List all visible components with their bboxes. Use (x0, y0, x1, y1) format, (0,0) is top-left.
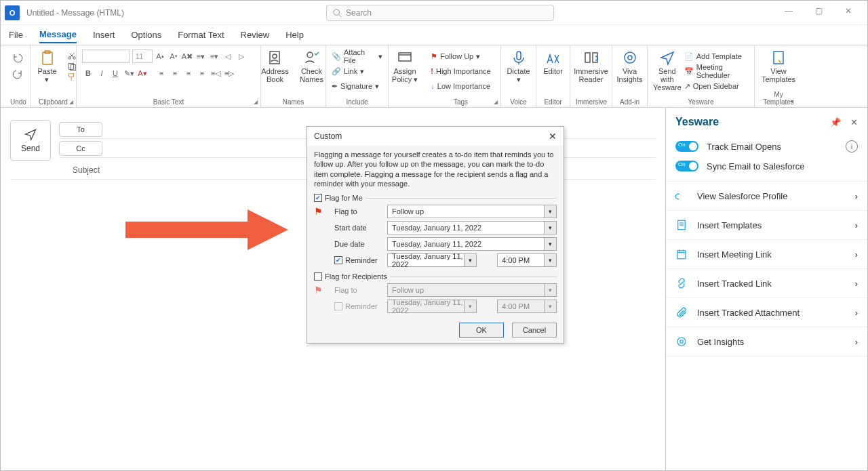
increase-indent-icon[interactable]: ▷ (235, 50, 248, 62)
check-names-button[interactable]: Check Names (295, 48, 329, 83)
tab-format-text[interactable]: Format Text (178, 27, 224, 43)
window-title: Untitled - Message (HTML) (26, 8, 124, 18)
svg-point-10 (273, 54, 277, 58)
tab-help[interactable]: Help (285, 27, 304, 43)
group-name-tags: Tags (427, 98, 495, 106)
attach-file-button[interactable]: 📎Attach File ▾ (332, 49, 382, 63)
group-name-clipboard: Clipboard (36, 98, 71, 106)
send-button[interactable]: Send (10, 120, 51, 161)
reminder-time-input[interactable]: 4:00 PM▾ (497, 253, 557, 267)
info-icon[interactable]: i (846, 140, 858, 152)
high-importance-button[interactable]: !High Importance (431, 64, 490, 78)
ribbon-collapse-icon[interactable]: ⌄ (789, 95, 795, 104)
decrease-font-icon[interactable]: A▾ (167, 50, 180, 62)
insert-tracked-attachment[interactable]: Insert Tracked Attachment› (666, 298, 867, 327)
cut-icon[interactable] (67, 51, 77, 60)
align-left-icon[interactable]: ≡ (155, 67, 167, 79)
view-templates-button[interactable]: View Templates (762, 48, 795, 83)
bullets-icon[interactable]: ≡▾ (195, 50, 207, 62)
ribbon-group-my-templates: View Templates My Templates ⌄ (755, 45, 802, 107)
flag-for-me-checkbox[interactable]: ✔Flag for Me (314, 194, 363, 202)
increase-font-icon[interactable]: A▴ (154, 50, 166, 62)
send-with-yesware-button[interactable]: Send with Yesware (653, 48, 682, 91)
cc-button[interactable]: Cc (59, 141, 102, 156)
panel-close-icon[interactable]: ✕ (850, 117, 858, 127)
align-right-icon[interactable]: ≡ (182, 67, 195, 79)
ok-button[interactable]: OK (459, 323, 504, 337)
basictext-expand-icon[interactable]: ◢ (254, 99, 258, 105)
due-date-label: Due date (334, 240, 382, 248)
low-importance-button[interactable]: ↓Low Importance (431, 79, 490, 93)
signature-button[interactable]: ✒Signature ▾ (332, 79, 382, 93)
font-size-select[interactable]: 11 (132, 49, 153, 63)
send-icon (24, 127, 37, 141)
flag-to-select[interactable]: Follow up▾ (387, 205, 557, 218)
tab-review[interactable]: Review (241, 27, 270, 43)
close-button[interactable]: ✕ (833, 1, 863, 21)
decrease-indent-icon[interactable]: ◁ (222, 50, 234, 62)
r-flag-to-label: Flag to (334, 286, 382, 294)
svg-marker-18 (248, 209, 288, 250)
view-salesforce-profile[interactable]: View Salesforce Profile› (666, 182, 867, 211)
format-painter-icon[interactable] (67, 73, 77, 82)
open-sidebar-button[interactable]: ↗Open Sidebar (684, 79, 749, 93)
meeting-scheduler-button[interactable]: 📅Meeting Scheduler (684, 64, 749, 78)
underline-icon[interactable]: U (109, 67, 121, 79)
outdent-icon[interactable]: ≡◁ (210, 67, 222, 79)
clipboard-expand-icon[interactable]: ◢ (69, 99, 73, 105)
start-date-input[interactable]: Tuesday, January 11, 2022▾ (387, 221, 557, 234)
group-name-addin: Add-in (618, 98, 642, 106)
insert-meeting-link[interactable]: Insert Meeting Link› (666, 240, 867, 269)
sync-sf-toggle[interactable]: On (675, 161, 698, 171)
insert-templates[interactable]: Insert Templates› (666, 211, 867, 240)
bold-icon[interactable]: B (82, 67, 94, 79)
clear-format-icon[interactable]: A✖ (181, 50, 193, 62)
editor-button[interactable]: Editor (536, 48, 570, 75)
group-name-names: Names (267, 98, 320, 106)
ribbon-group-tags: ⚑Follow Up ▾ !High Importance ↓Low Impor… (421, 45, 501, 107)
align-center-icon[interactable]: ≡ (169, 67, 181, 79)
tags-expand-icon[interactable]: ◢ (494, 99, 498, 105)
font-color-icon[interactable]: A▾ (136, 67, 149, 79)
tab-options[interactable]: Options (131, 27, 161, 43)
assign-policy-button[interactable]: Assign Policy ▾ (388, 48, 422, 83)
insert-tracked-link[interactable]: Insert Tracked Link› (666, 269, 867, 298)
immersive-reader-button[interactable]: Immersive Reader (574, 48, 608, 83)
italic-icon[interactable]: I (96, 67, 108, 79)
get-insights[interactable]: Get Insights› (666, 327, 867, 356)
justify-icon[interactable]: ≡ (196, 67, 208, 79)
track-opens-toggle[interactable]: On (675, 141, 698, 152)
highlight-icon[interactable]: ✎▾ (123, 67, 135, 79)
group-name-yesware: Yesware (653, 98, 749, 106)
address-book-button[interactable]: Address Book (258, 48, 292, 83)
cancel-button[interactable]: Cancel (512, 323, 557, 337)
follow-up-button[interactable]: ⚑Follow Up ▾ (431, 49, 490, 63)
link-button[interactable]: 🔗Link ▾ (332, 64, 382, 78)
subject-label: Subject (73, 165, 113, 175)
title-bar: O Untitled - Message (HTML) Search — ▢ ✕ (1, 1, 867, 25)
search-input[interactable]: Search (326, 5, 554, 21)
pin-icon[interactable]: 📌 (830, 117, 841, 127)
minimize-button[interactable]: — (774, 1, 804, 21)
dictate-button[interactable]: Dictate▾ (502, 48, 536, 83)
flag-for-recipients-checkbox[interactable]: Flag for Recipients (314, 272, 387, 281)
tab-message[interactable]: Message (39, 26, 77, 43)
reminder-checkbox[interactable]: ✔Reminder (334, 256, 382, 264)
copy-icon[interactable] (67, 62, 77, 71)
dialog-close-icon[interactable]: ✕ (549, 131, 557, 142)
undo-icon[interactable] (12, 52, 23, 63)
tab-insert[interactable]: Insert (93, 27, 115, 43)
viva-insights-button[interactable]: Viva Insights (613, 48, 647, 83)
paste-button[interactable]: Paste▾ (31, 48, 64, 83)
tab-file[interactable]: File (9, 27, 23, 43)
maximize-button[interactable]: ▢ (804, 1, 833, 21)
font-select[interactable] (82, 49, 130, 63)
redo-icon[interactable] (12, 68, 23, 79)
add-template-button[interactable]: 📄Add Template (684, 49, 749, 63)
group-name-editor: Editor (542, 98, 564, 106)
reminder-date-input[interactable]: Tuesday, January 11, 2022▾ (387, 253, 477, 267)
to-button[interactable]: To (59, 122, 102, 137)
indent-icon[interactable]: ≡▷ (223, 67, 235, 79)
due-date-input[interactable]: Tuesday, January 11, 2022▾ (387, 237, 557, 251)
numbering-icon[interactable]: ≡▾ (208, 50, 220, 62)
